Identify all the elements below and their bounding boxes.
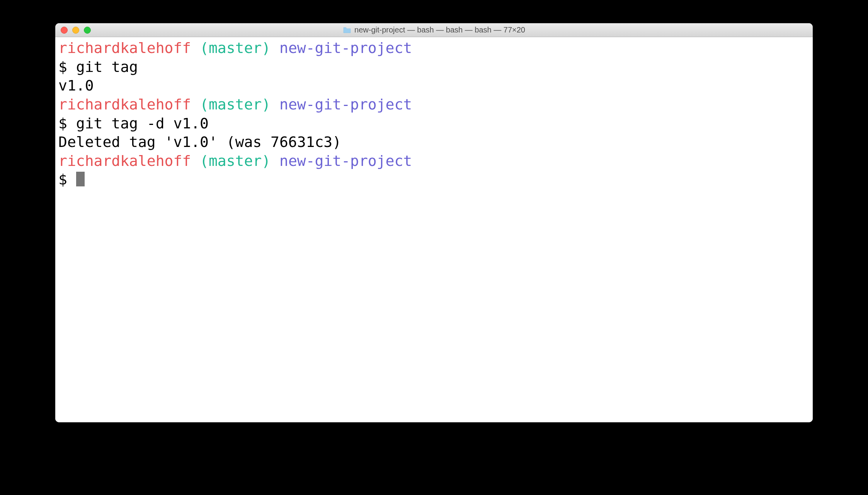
- output-1: v1.0: [58, 77, 94, 94]
- close-icon[interactable]: [61, 27, 68, 34]
- window-title: new-git-project — bash — bash — bash — 7…: [343, 26, 525, 34]
- terminal-window: new-git-project — bash — bash — bash — 7…: [55, 23, 813, 422]
- prompt-dir: new-git-project: [279, 96, 412, 113]
- titlebar[interactable]: new-git-project — bash — bash — bash — 7…: [55, 23, 813, 37]
- prompt-branch: master: [209, 152, 262, 169]
- prompt-user: richardkalehoff: [58, 96, 191, 113]
- prompt-user: richardkalehoff: [58, 39, 191, 56]
- prompt-branch-close: ): [262, 96, 271, 113]
- prompt-branch-open: (: [200, 152, 209, 169]
- cursor: [76, 172, 85, 186]
- window-title-text: new-git-project — bash — bash — bash — 7…: [354, 26, 525, 34]
- prompt-symbol: $: [58, 58, 67, 75]
- prompt-symbol: $: [58, 171, 67, 188]
- prompt-branch-open: (: [200, 39, 209, 56]
- prompt-branch: master: [209, 96, 262, 113]
- prompt-branch: master: [209, 39, 262, 56]
- prompt-branch-close: ): [262, 152, 271, 169]
- command-1: git tag: [76, 58, 138, 75]
- minimize-icon[interactable]: [72, 27, 79, 34]
- prompt-branch-close: ): [262, 39, 271, 56]
- zoom-icon[interactable]: [84, 27, 91, 34]
- prompt-dir: new-git-project: [279, 152, 412, 169]
- folder-icon: [343, 27, 351, 34]
- prompt-symbol: $: [58, 115, 67, 132]
- prompt-dir: new-git-project: [279, 39, 412, 56]
- traffic-lights: [55, 27, 91, 34]
- output-2: Deleted tag 'v1.0' (was 76631c3): [58, 133, 341, 150]
- prompt-user: richardkalehoff: [58, 152, 191, 169]
- command-2: git tag -d v1.0: [76, 115, 209, 132]
- terminal-body[interactable]: richardkalehoff (master) new-git-project…: [55, 37, 813, 422]
- prompt-branch-open: (: [200, 96, 209, 113]
